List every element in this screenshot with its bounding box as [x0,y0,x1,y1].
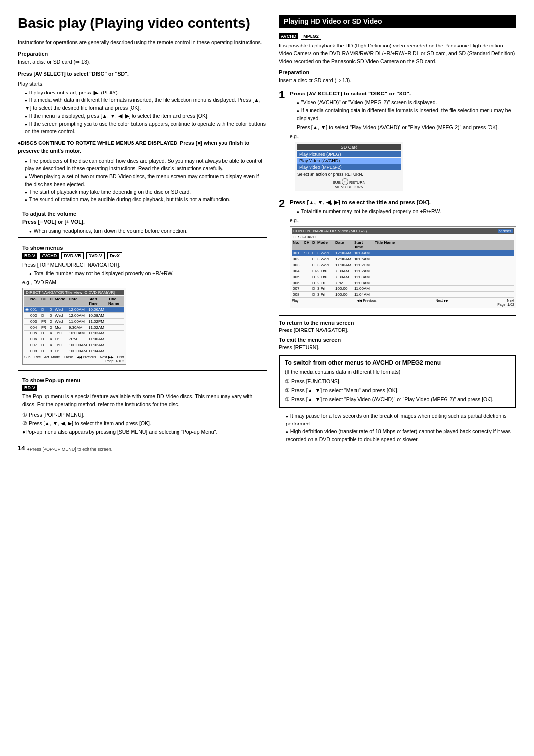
badge-dvdv: DVD-V [86,252,105,259]
exit-menu-title: To exit the menu screen [279,337,516,343]
dvd-row-8: 008 D 3 Fri 100:00AM 11:04AM [24,348,124,354]
mpeg2-tab: Videos [498,229,513,233]
intro-text: Instructions for operations are generall… [18,39,267,47]
switch-step-2: ② Press [▲, ▼] to select "Menu" and pres… [285,387,510,395]
mpeg2-col-header: No. CH D Mode Date Start Time Title Name [292,240,514,250]
sd-screen-note: Select an action or press RETURN. [297,171,401,178]
main-title: Basic play (Playing video contents) [18,15,267,32]
step-1-bullets: "Video (AVCHD)" or "Video (MPEG-2)" scre… [297,99,516,122]
step-2-title: Press [▲, ▼, ◀, ▶] to select the title a… [290,198,516,206]
dvd-screen-mockup: DIRECT NAVIGATOR Title View ⊙ DVD-RAM(VR… [22,288,126,365]
preparation-text-right: Insert a disc or SD card (⇒ 13). [279,77,516,85]
main-bullets: If play does not start, press [▶] (PLAY)… [25,89,267,136]
badge-avchd: AVCHD [40,253,59,259]
dvd-header-left: DIRECT NAVIGATOR Title View [26,290,82,295]
badge-divx: DivX [107,252,122,259]
preparation-text-left: Insert a disc or SD card (⇒ 13). [18,58,267,66]
mpeg2-row-2: 002 0 3 Wed 12:00AM 10:06AM [292,256,514,262]
bullet-2: If a media with data in different file f… [25,96,267,112]
adjust-volume-title: To adjust the volume [22,211,263,217]
switch-box-intro: (If the media contains data in different… [285,368,510,376]
page-number: 14 [18,444,25,452]
switch-bullet-1: It may pause for a few seconds on the br… [286,412,516,428]
show-menus-body: Press [TOP MENU/DIRECT NAVIGATOR]. [22,261,263,269]
popup-steps: ① Press [POP-UP MENU]. ② Press [▲, ▼, ◀,… [22,411,263,436]
badge-mpeg2-right: MPEG2 [301,33,321,40]
show-popup-body: The Pop-up menu is a special feature ava… [22,393,263,409]
dvd-body: No. CH D Mode Date Start Time Title Name… [24,296,124,354]
popup-badges: BD-V [22,385,263,391]
step-1-title: Press [AV SELECT] to select "DISC" or "S… [290,90,516,97]
switch-bullets: It may pause for a few seconds on the br… [286,412,516,443]
avchd-intro: It is possible to playback the HD (High … [279,42,516,65]
adjust-volume-bullet: When using headphones, turn down the vol… [29,227,263,235]
sd-screen-title: SD Card [297,144,401,150]
press-popup-exit: ●Press [POP-UP MENU] to exit the screen. [27,447,112,452]
switch-box: To switch from other menus to AVCHD or M… [279,355,516,408]
dvd-row-4: 004 FR 2 Mon 9:30AM 11:02AM [24,325,124,331]
step-num-1: 1 [279,90,287,194]
right-section-title: Playing HD Video or SD Video [279,15,516,28]
show-menus-box: To show menus BD-V AVCHD DVD-VR DVD-V Di… [18,242,267,371]
step-1: 1 Press [AV SELECT] to select "DISC" or … [279,90,516,194]
mpeg2-row-8: 008 D 3 Fri 100:00 11:04AM [292,292,514,298]
mpeg2-body: No. CH D Mode Date Start Time Title Name… [292,240,514,298]
show-menus-bullets: Total title number may not be displayed … [29,270,263,278]
popup-step-1: ① Press [POP-UP MENU]. [22,411,263,419]
right-column: Playing HD Video or SD Video AVCHD MPEG2… [279,15,516,452]
dvd-header-right: ⊙ DVD-RAM(VR) [84,290,115,295]
adjust-volume-body: Press [− VOL] or [+ VOL]. [22,218,263,226]
mpeg2-screen-header: CONTENT NAVIGATOR Video (MPEG-2) Videos [292,228,514,234]
show-menus-badges: BD-V AVCHD DVD-VR DVD-V DivX [22,252,263,259]
extra-bullet-1: The producers of the disc can control ho… [25,157,267,173]
switch-steps: ① Press [FUNCTIONS]. ② Press [▲, ▼] to s… [285,378,510,403]
mpeg2-row-5: 005 D 2 Thu 7:30AM 11:03AM [292,274,514,280]
switch-step-1: ① Press [FUNCTIONS]. [285,378,510,386]
mpeg2-row-1: 001 SD 0 3 Wed 12:00AM 10:04AM [292,250,514,256]
popup-step-3: ●Pop-up menu also appears by pressing [S… [22,428,263,436]
eg-dvd-label: e.g., DVD-RAM [22,280,263,285]
mpeg2-footer: Play◀◀ PreviousNext ▶▶Next [292,299,514,303]
extra-bullets: The producers of the disc can control ho… [25,157,267,204]
bold-warning: ●DISCS CONTINUE TO ROTATE WHILE MENUS AR… [18,140,267,155]
step1-note: Press [▲, ▼] to select "Play Video (AVCH… [297,124,516,132]
sd-screen-mockup: SD Card Play Pictures (JPEG) Play Video … [295,142,403,191]
step-2-content: Press [▲, ▼, ◀, ▶] to select the title a… [290,198,516,311]
adjust-volume-box: To adjust the volume Press [− VOL] or [+… [18,208,267,238]
step1-bullet-2: If a media containing data in different … [297,107,516,123]
badge-avchd-right: AVCHD [279,33,298,39]
mpeg2-row-7: 007 D 3 Fri 100:00 11:00AM [292,286,514,292]
dvd-page-info: Page: 1/102 [24,359,124,363]
bullet-4: If the screen prompting you to use the c… [25,120,267,136]
press-av-select: Press [AV SELECT] to select "DISC" or "S… [18,70,267,78]
mpeg2-header-right: Video (MPEG-2) [338,229,367,233]
badge-bdv-popup: BD-V [22,385,37,391]
dvd-col-header: No. CH D Mode Date Start Time Title Name [24,296,124,307]
mpeg2-header-left: CONTENT NAVIGATOR [293,229,336,233]
show-menus-title: To show menus [22,245,263,251]
bullet-1: If play does not start, press [▶] (PLAY)… [25,89,267,97]
eg2-label: e.g., [290,218,516,223]
sd-screen-footer: SUB ○ RETURN MENU RETURN [297,179,401,189]
bullet-3: If the menu is displayed, press [▲, ▼, ◀… [25,112,267,120]
mpeg2-row-6: 006 D 2 Fri 7PM 11:00AM [292,280,514,286]
mpeg2-sd-label: ⊙ SD-CARD [292,235,514,240]
preparation-label-left: Preparation [18,51,267,57]
switch-step-3: ③ Press [▲, ▼] to select "Play Video (AV… [285,396,510,404]
dvd-row-2: 002 D 0 Wed 12.00AM 10:08AM [24,313,124,319]
extra-bullet-3: The start of playback may take time depe… [25,189,267,196]
dvd-row-7: 007 D 4 Thu 100:00AM 11:02AM [24,342,124,348]
right-badge-group: AVCHD MPEG2 [279,33,516,40]
show-popup-title: To show Pop-up menu [22,378,263,383]
sd-row-mpeg2: Play Video (MPEG-2) [297,164,401,170]
adjust-volume-bullets: When using headphones, turn down the vol… [29,227,263,235]
badge-dvdvr: DVD-VR [61,252,84,259]
play-starts: Play starts. [18,80,267,88]
switch-box-title: To switch from other menus to AVCHD or M… [285,359,510,366]
exit-menu-body: Press [RETURN]. [279,344,516,352]
show-popup-box: To show Pop-up menu BD-V The Pop-up menu… [18,375,267,440]
footnote-row: 14 ●Press [POP-UP MENU] to exit the scre… [18,444,267,452]
return-menu-section: To return to the menu screen Press [DIRE… [279,320,516,352]
step2-bullet-1: Total title number may not be displayed … [297,208,516,216]
show-menus-bullet: Total title number may not be displayed … [29,270,263,278]
